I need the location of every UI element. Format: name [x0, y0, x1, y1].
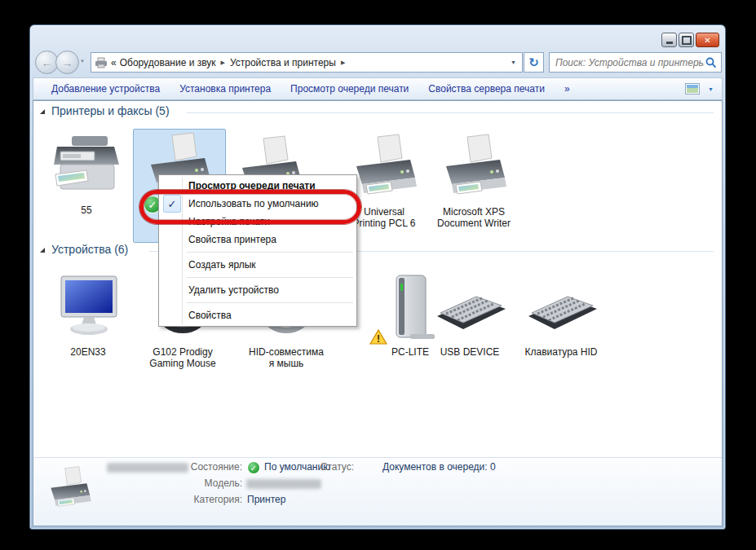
toolbar-overflow-chevron[interactable]: »	[555, 81, 580, 97]
default-status-check-icon: ✓	[247, 461, 260, 474]
breadcrumb-hardware-sound[interactable]: Оборудование и звук	[120, 57, 216, 68]
printer-label: 55	[81, 205, 91, 216]
command-toolbar: Добавление устройства Установка принтера…	[33, 77, 723, 100]
printer-icon	[435, 134, 513, 202]
refresh-icon: ↻	[528, 56, 539, 68]
device-item-hid-keyboard[interactable]: Клавиатура HID	[512, 274, 610, 358]
menu-item-properties[interactable]: Свойства	[161, 306, 355, 324]
device-item-monitor[interactable]: 20EN33	[39, 274, 137, 358]
annotation-highlight-ellipse	[139, 190, 361, 224]
printer-item-xps-writer[interactable]: Microsoft XPS Document Writer	[425, 134, 523, 229]
printer-label: Microsoft XPS Document Writer	[437, 206, 511, 229]
navigation-bar: ← → ▼ « Оборудование и звук ▶ Устройства…	[30, 48, 725, 77]
refresh-button[interactable]: ↻	[524, 52, 544, 73]
warning-icon: !	[369, 329, 387, 345]
close-icon: ✕	[704, 36, 710, 45]
device-label: 20EN33	[70, 346, 105, 358]
device-label: G102 Prodigy Gaming Mouse	[149, 346, 215, 369]
search-input[interactable]	[554, 56, 705, 69]
address-bar[interactable]: « Оборудование и звук ▶ Устройства и при…	[91, 52, 523, 73]
menu-item-printer-properties[interactable]: Свойства принтера	[161, 231, 355, 249]
selected-printer-icon	[43, 464, 95, 513]
explorer-window: ✕ ← → ▼ « Оборудование и звук ▶ Устройст…	[29, 24, 726, 530]
model-label: Модель:	[144, 477, 242, 489]
screenshot-canvas: ✕ ← → ▼ « Оборудование и звук ▶ Устройст…	[0, 0, 756, 550]
collapse-printers-icon[interactable]	[40, 109, 45, 114]
printers-section-rule	[187, 112, 714, 113]
toolbar-add-printer[interactable]: Установка принтера	[170, 81, 281, 97]
menu-item-remove-device[interactable]: Удалить устройство	[161, 281, 355, 299]
toolbar-add-device[interactable]: Добавление устройства	[42, 81, 170, 97]
breadcrumb-devices-printers[interactable]: Устройства и принтеры	[230, 57, 336, 68]
maximize-icon	[682, 36, 692, 45]
content-area: Принтеры и факсы (5) 55 Universal Printi…	[33, 100, 723, 526]
category-value: Принтер	[247, 494, 285, 505]
queue-status-label: Статус:	[305, 461, 354, 473]
back-icon: ←	[42, 56, 53, 69]
printer-label: Universal Printing PCL 6	[353, 206, 416, 229]
menu-item-create-shortcut[interactable]: Создать ярлык	[161, 256, 355, 274]
redacted-model-value	[246, 479, 321, 489]
search-icon[interactable]	[705, 57, 717, 68]
maximize-button[interactable]	[679, 33, 694, 47]
menu-separator	[187, 252, 353, 253]
window-controls: ✕	[661, 33, 719, 47]
view-options-icon[interactable]	[685, 83, 700, 95]
mfp-printer-icon	[47, 132, 126, 200]
search-box[interactable]	[549, 52, 722, 73]
menu-separator	[187, 302, 353, 303]
view-options-dropdown-icon[interactable]: ▼	[708, 86, 714, 92]
queue-status-value: Документов в очереди: 0	[382, 461, 496, 473]
keyboard-icon	[431, 274, 509, 342]
breadcrumb-separator-icon[interactable]: ▶	[221, 59, 225, 66]
devices-section-title[interactable]: Устройства (6)	[51, 243, 128, 256]
device-item-usb-keyboard[interactable]: USB DEVICE	[421, 274, 519, 358]
svg-text:!: !	[377, 333, 380, 345]
menu-separator	[187, 277, 353, 278]
minimize-icon	[666, 42, 673, 44]
monitor-icon	[49, 274, 127, 342]
details-pane: Состояние: ✓ По умолчанию Статус: Докуме…	[33, 457, 722, 526]
device-label: USB DEVICE	[440, 346, 500, 358]
recent-pages-dropdown[interactable]: ▼	[80, 59, 85, 64]
minimize-button[interactable]	[661, 33, 677, 47]
printer-item-55[interactable]: 55	[38, 132, 135, 216]
category-label: Категория:	[144, 494, 242, 505]
close-button[interactable]: ✕	[696, 33, 719, 47]
breadcrumb-collapse[interactable]: «	[111, 57, 117, 68]
forward-button[interactable]: →	[55, 51, 79, 74]
location-printer-icon	[95, 57, 108, 68]
toolbar-view-print-queue[interactable]: Просмотр очереди печати	[281, 81, 418, 97]
breadcrumb-separator-icon[interactable]: ▶	[341, 59, 345, 66]
collapse-devices-icon[interactable]	[40, 248, 45, 253]
device-label: HID-совместима я мышь	[249, 346, 324, 369]
address-dropdown-icon[interactable]: ▼	[511, 59, 519, 65]
toolbar-print-server-properties[interactable]: Свойства сервера печати	[418, 81, 555, 97]
printers-section-title[interactable]: Принтеры и факсы (5)	[51, 104, 170, 117]
status-label: Состояние:	[144, 461, 242, 473]
keyboard-icon	[522, 274, 600, 342]
forward-icon: →	[62, 56, 73, 69]
device-label: Клавиатура HID	[525, 346, 598, 358]
